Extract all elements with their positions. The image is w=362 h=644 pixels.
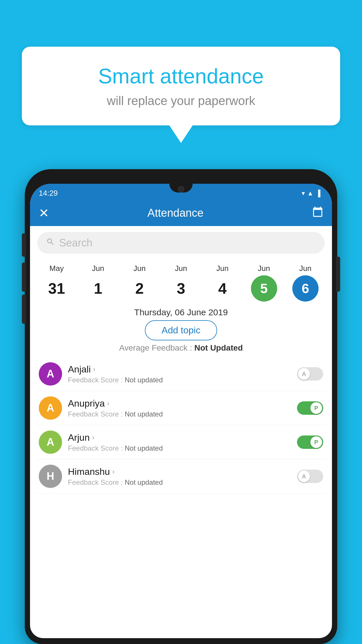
app-title: Attendance xyxy=(56,207,295,219)
search-icon xyxy=(46,237,55,249)
attendance-toggle[interactable]: A xyxy=(297,470,323,483)
calendar-day-item[interactable]: Jun5 xyxy=(248,264,280,302)
feedback-value: Not updated xyxy=(125,444,163,452)
battery-icon: ▐ xyxy=(316,190,320,197)
search-bar[interactable]: Search xyxy=(37,232,325,254)
feedback-value: Not updated xyxy=(125,410,163,418)
status-icons: ▾ ▲ ▐ xyxy=(302,190,320,197)
avg-feedback-value: Not Updated xyxy=(194,343,243,352)
calendar-day-item[interactable]: May31 xyxy=(41,264,73,302)
student-info: Himanshu ›Feedback Score : Not updated xyxy=(68,466,297,487)
calendar-day-item[interactable]: Jun1 xyxy=(82,264,114,302)
student-name: Arjun › xyxy=(68,432,297,443)
cal-day-number: 5 xyxy=(251,275,277,302)
power-button xyxy=(336,257,340,292)
cal-month-label: Jun xyxy=(258,264,270,273)
search-placeholder: Search xyxy=(59,237,92,249)
list-item[interactable]: AAnupriya ›Feedback Score : Not updatedP xyxy=(36,391,326,425)
cal-day-number: 4 xyxy=(209,275,236,302)
app-bar: ✕ Attendance xyxy=(30,200,332,226)
toggle-knob: P xyxy=(310,436,322,448)
phone-camera xyxy=(178,186,184,192)
wifi-icon: ▾ xyxy=(302,190,305,197)
selected-date: Thursday, 06 June 2019 xyxy=(30,307,332,317)
cal-day-number: 1 xyxy=(85,275,111,302)
average-feedback: Average Feedback : Not Updated xyxy=(30,343,332,353)
list-item[interactable]: AArjun ›Feedback Score : Not updatedP xyxy=(36,425,326,459)
avg-feedback-label: Average Feedback : xyxy=(119,343,194,352)
calendar-day-item[interactable]: Jun3 xyxy=(165,264,197,302)
cal-day-number: 31 xyxy=(43,275,70,302)
chevron-right-icon: › xyxy=(92,433,94,442)
student-feedback: Feedback Score : Not updated xyxy=(68,376,297,384)
bubble-title: Smart attendance xyxy=(45,64,317,88)
phone-screen: 14:29 ▾ ▲ ▐ ✕ Attendance S xyxy=(30,184,332,638)
bubble-subtitle: will replace your paperwork xyxy=(45,94,317,108)
toggle-knob: A xyxy=(298,368,310,380)
attendance-toggle[interactable]: A xyxy=(297,367,323,381)
attendance-toggle[interactable]: P xyxy=(297,435,323,449)
calendar-button[interactable] xyxy=(312,206,323,220)
calendar-day-item[interactable]: Jun2 xyxy=(124,264,156,302)
status-time: 14:29 xyxy=(39,189,58,198)
toggle-knob: P xyxy=(310,402,322,414)
toggle-knob: A xyxy=(298,470,310,482)
student-list: AAnjali ›Feedback Score : Not updatedAAA… xyxy=(30,357,332,494)
avatar: A xyxy=(39,362,62,386)
calendar-day-item[interactable]: Jun6 xyxy=(289,264,321,302)
student-name: Himanshu › xyxy=(68,466,297,477)
student-info: Arjun ›Feedback Score : Not updated xyxy=(68,432,297,452)
phone-frame: 14:29 ▾ ▲ ▐ ✕ Attendance S xyxy=(25,169,337,644)
cal-month-label: Jun xyxy=(175,264,187,273)
list-item[interactable]: AAnjali ›Feedback Score : Not updatedA xyxy=(36,357,326,391)
calendar-row: May31Jun1Jun2Jun3Jun4Jun5Jun6 xyxy=(30,260,332,303)
cal-day-number: 2 xyxy=(126,275,153,302)
signal-icon: ▲ xyxy=(307,190,314,197)
add-topic-button[interactable]: Add topic xyxy=(145,320,217,340)
student-name: Anupriya › xyxy=(68,398,297,409)
speech-bubble: Smart attendance will replace your paper… xyxy=(22,47,340,125)
avatar: H xyxy=(39,465,62,488)
student-feedback: Feedback Score : Not updated xyxy=(68,410,297,418)
student-info: Anupriya ›Feedback Score : Not updated xyxy=(68,398,297,418)
volume-down-button xyxy=(22,262,26,292)
student-info: Anjali ›Feedback Score : Not updated xyxy=(68,364,297,384)
chevron-right-icon: › xyxy=(107,399,109,407)
bubble-arrow xyxy=(169,125,193,143)
student-feedback: Feedback Score : Not updated xyxy=(68,444,297,452)
avatar: A xyxy=(39,430,62,454)
cal-month-label: Jun xyxy=(133,264,146,273)
avatar: A xyxy=(39,396,62,420)
volume-up-button xyxy=(22,233,26,257)
cal-month-label: May xyxy=(50,264,64,273)
attendance-toggle[interactable]: P xyxy=(297,401,323,415)
list-item[interactable]: HHimanshu ›Feedback Score : Not updatedA xyxy=(36,459,326,494)
student-feedback: Feedback Score : Not updated xyxy=(68,478,297,487)
close-button[interactable]: ✕ xyxy=(39,206,56,220)
student-name: Anjali › xyxy=(68,364,297,375)
chevron-right-icon: › xyxy=(93,365,95,373)
speech-bubble-container: Smart attendance will replace your paper… xyxy=(22,47,340,143)
feedback-value: Not updated xyxy=(125,376,163,384)
chevron-right-icon: › xyxy=(112,468,115,476)
feedback-value: Not updated xyxy=(125,478,163,486)
camera-button xyxy=(22,295,26,324)
calendar-day-item[interactable]: Jun4 xyxy=(206,264,238,302)
cal-day-number: 3 xyxy=(168,275,194,302)
cal-month-label: Jun xyxy=(216,264,229,273)
cal-day-number: 6 xyxy=(292,275,319,302)
cal-month-label: Jun xyxy=(299,264,312,273)
cal-month-label: Jun xyxy=(92,264,104,273)
